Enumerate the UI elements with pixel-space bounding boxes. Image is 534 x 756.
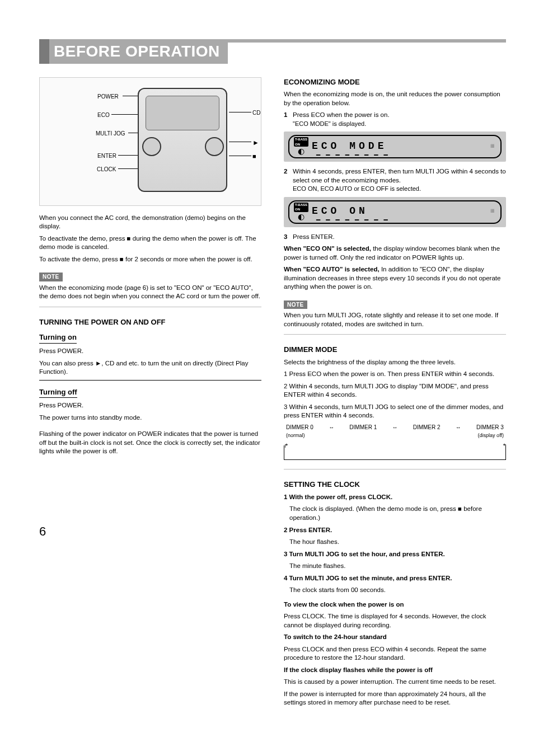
dim-title: DIMMER MODE <box>284 345 506 355</box>
lcd-dashes: ▁▁▁▁▁▁▁▁ <box>316 147 484 156</box>
clock-flash-t: If the clock display flashes while the p… <box>284 666 433 673</box>
arrow-up-icon: ↱ <box>284 442 288 450</box>
note-label: NOTE <box>39 273 63 281</box>
clock-flash-b: This is caused by a power interruption. … <box>284 678 506 687</box>
lcd-display-1: T-BASSON ◐ ECO MODE ▁▁▁▁▁▁▁▁ ▦ <box>284 132 506 162</box>
turn-on-body2: You can also press ►, CD and etc. to tur… <box>39 359 261 377</box>
divider <box>284 469 506 469</box>
label-clock: CLOCK <box>97 166 116 173</box>
demo-p1: When you connect the AC cord, the demons… <box>39 214 261 231</box>
lcd-badge: T-BASSON <box>294 137 308 147</box>
turn-on-body1: Press POWER. <box>39 347 261 356</box>
turn-off-body1: Press POWER. <box>39 401 261 410</box>
eco-step1: 1 Press ECO when the power is on. "ECO M… <box>284 111 506 128</box>
demo-p3: To activate the demo, press ■ for 2 seco… <box>39 255 261 264</box>
divider <box>284 334 506 335</box>
step-sub: ECO ON, ECO AUTO or ECO OFF is selected. <box>293 185 421 192</box>
dim-flow-labels: DIMMER 0 ↔ DIMMER 1 ↔ DIMMER 2 ↔ DIMMER … <box>284 424 506 431</box>
eco-auto-title: When "ECO AUTO" is selected, <box>284 266 380 273</box>
eco-step3: 3 Press ENTER. <box>284 233 506 242</box>
clock-unplug: If the power is interrupted for more tha… <box>284 690 506 707</box>
header-title: BEFORE OPERATION <box>49 39 228 64</box>
label-cd: CD <box>252 109 260 117</box>
section-header: BEFORE OPERATION <box>39 39 506 64</box>
header-rule <box>228 39 506 43</box>
step-num: 1 <box>284 111 291 128</box>
clock-view-t: To view the clock when the power is on <box>284 601 404 608</box>
flash-note: Flashing of the power indicator on POWER… <box>39 430 261 456</box>
disc-icon: ◐ <box>298 213 305 220</box>
lcd-grid-icon: ▦ <box>490 143 495 149</box>
dim-flow-bracket: ↱ ↱ <box>284 445 506 460</box>
turn-on-title: Turning on <box>39 332 77 344</box>
clock-s3: 3 Turn MULTI JOG to set the hour, and pr… <box>284 551 445 557</box>
clock-s1b: The clock is displayed. (When the demo m… <box>289 505 506 522</box>
lead-line <box>229 156 251 156</box>
right-column: ECONOMIZING MODE When the economizing mo… <box>284 77 506 711</box>
header-accent <box>39 39 49 64</box>
step-num: 2 <box>284 167 291 194</box>
dim-s1: 1 Press ECO when the power is on. Then p… <box>284 370 506 379</box>
label-enter: ENTER <box>97 152 116 160</box>
clock-24-t: To switch to the 24-hour standard <box>284 633 387 640</box>
step-text: Press ENTER. <box>293 233 506 242</box>
dim-label: DIMMER 3 <box>476 424 504 431</box>
step-text: Press ECO when the power is on. <box>293 111 390 118</box>
turn-off-title: Turning off <box>39 387 77 398</box>
dim-label: DIMMER 0 <box>286 424 313 431</box>
arrow-icon: ↔ <box>392 424 397 431</box>
dim-note: (display off) <box>478 432 504 439</box>
eco-step2: 2 Within 4 seconds, press ENTER, then tu… <box>284 167 506 194</box>
stop-icon: ■ <box>252 152 256 161</box>
clock-view-b: Press CLOCK. The time is displayed for 4… <box>284 612 506 630</box>
lcd-grid-icon: ▦ <box>490 208 495 214</box>
eco-intro: When the economizing mode is on, the uni… <box>284 90 506 107</box>
sub-divider <box>39 380 261 381</box>
step-sub: "ECO MODE" is displayed. <box>293 120 366 127</box>
dim-label: DIMMER 2 <box>413 424 441 431</box>
divider <box>39 307 261 307</box>
play-icon: ► <box>252 138 259 147</box>
dim-label: DIMMER 1 <box>349 424 377 431</box>
dim-intro: Selects the brightness of the display am… <box>284 358 506 367</box>
dim-flow-notes: (normal) (display off) <box>284 432 506 439</box>
lead-line <box>229 112 251 112</box>
dim-note: (normal) <box>286 432 305 439</box>
demo-note: When the economizing mode (page 6) is se… <box>39 284 261 301</box>
power-section-title: TURNING THE POWER ON AND OFF <box>39 317 261 327</box>
device-body <box>138 88 227 192</box>
eco-note: When you turn MULTI JOG, rotate slightly… <box>284 311 506 328</box>
disc-icon: ◐ <box>298 147 305 155</box>
device-diagram: POWER ECO MULTI JOG ENTER CLOCK CD ► ■ <box>39 77 261 206</box>
eco-on-title: When "ECO ON" is selected, <box>284 245 371 252</box>
clock-s2: 2 Press ENTER. <box>284 527 332 533</box>
label-multijog: MULTI JOG <box>96 130 125 138</box>
label-eco: ECO <box>97 111 110 119</box>
left-column: POWER ECO MULTI JOG ENTER CLOCK CD ► ■ W… <box>39 77 261 711</box>
lcd-badge: T-BASSON <box>294 203 308 212</box>
step-num: 3 <box>284 233 291 242</box>
eco-title: ECONOMIZING MODE <box>284 77 506 87</box>
page-number: 6 <box>39 523 261 540</box>
dim-s2: 2 Within 4 seconds, turn MULTI JOG to di… <box>284 382 506 400</box>
clock-s1: 1 With the power off, press CLOCK. <box>284 494 392 500</box>
clock-s4: 4 Turn MULTI JOG to set the minute, and … <box>284 575 452 581</box>
label-power: POWER <box>97 93 119 101</box>
clock-title: SETTING THE CLOCK <box>284 480 506 490</box>
dial-right <box>205 137 224 156</box>
note-label: NOTE <box>284 300 307 309</box>
step-text: Within 4 seconds, press ENTER, then turn… <box>293 168 506 184</box>
clock-s3b: The minute flashes. <box>289 562 506 571</box>
arrow-icon: ↔ <box>329 424 334 431</box>
clock-s2b: The hour flashes. <box>289 538 506 547</box>
arrow-icon: ↔ <box>456 424 461 431</box>
clock-s4b: The clock starts from 00 seconds. <box>289 586 506 595</box>
turn-off-body2: The power turns into standby mode. <box>39 414 261 422</box>
lead-line <box>229 142 251 142</box>
lcd-display-2: T-BASSON ◐ ECO ON ▁▁▁▁▁▁▁▁ ▦ <box>284 197 506 227</box>
clock-24-b: Press CLOCK and then press ECO within 4 … <box>284 645 506 663</box>
dial-left <box>142 137 161 156</box>
arrow-up-icon: ↱ <box>503 442 507 450</box>
lcd-dashes: ▁▁▁▁▁▁▁▁ <box>316 212 484 221</box>
dim-s3: 3 Within 4 seconds, turn MULTI JOG to se… <box>284 403 506 420</box>
